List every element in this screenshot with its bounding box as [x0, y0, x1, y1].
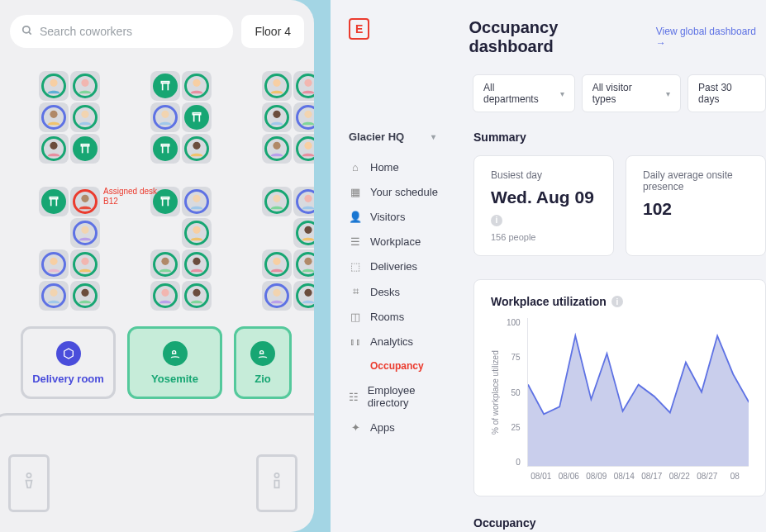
global-dashboard-link[interactable]: View global dashboard →: [656, 26, 766, 49]
svg-point-18: [81, 289, 88, 297]
desk[interactable]: [293, 71, 314, 101]
floorplan-panel: Search coworkers Floor 4: [0, 0, 314, 532]
desk[interactable]: [182, 187, 212, 216]
apps-icon: ✦: [349, 421, 362, 434]
nav-deliveries[interactable]: ⬚Deliveries: [349, 260, 440, 273]
select-label: Past 30 days: [698, 82, 755, 105]
visitor-icon: 👤: [349, 211, 362, 223]
open-desk-icon: [184, 105, 209, 130]
floor-label: Floor 4: [255, 25, 291, 38]
rooms-icon: ◫: [349, 311, 362, 323]
main-content: Summary Busiest day Wed. Aug 09 i 156 pe…: [473, 131, 766, 532]
desk[interactable]: [262, 71, 292, 101]
svg-point-0: [23, 26, 30, 32]
desk[interactable]: [182, 134, 212, 164]
nav-directory[interactable]: ☷Employee directory: [349, 384, 440, 409]
floor-selector[interactable]: Floor 4: [241, 15, 304, 48]
desk[interactable]: [70, 218, 100, 248]
directory-icon: ☷: [349, 391, 359, 403]
info-icon[interactable]: i: [611, 296, 623, 307]
desk[interactable]: [182, 249, 212, 279]
svg-point-34: [193, 195, 200, 202]
restroom-icon: [8, 454, 50, 512]
room-delivery[interactable]: Delivery room: [21, 326, 116, 399]
desk[interactable]: [262, 102, 292, 132]
svg-point-50: [304, 258, 312, 265]
location-label: Glacier HQ: [349, 131, 404, 143]
assigned-desk[interactable]: [70, 187, 100, 216]
desk[interactable]: [293, 281, 314, 311]
info-icon[interactable]: i: [491, 215, 502, 226]
desk[interactable]: [70, 249, 100, 279]
svg-point-52: [304, 289, 312, 297]
desk[interactable]: [262, 187, 292, 216]
desk[interactable]: [70, 71, 100, 101]
svg-point-36: [161, 258, 169, 265]
desk[interactable]: [150, 71, 180, 101]
desk[interactable]: [150, 102, 180, 132]
desk-area[interactable]: Assigned desk B12: [10, 71, 304, 352]
stat-label: Busiest day: [491, 169, 597, 181]
desk[interactable]: [39, 249, 69, 279]
location-select[interactable]: Glacier HQ ▾: [349, 131, 440, 143]
desk[interactable]: [293, 102, 314, 132]
room-label: Delivery room: [32, 373, 104, 385]
nav-analytics[interactable]: ⫾⫾Analytics: [349, 335, 440, 348]
dashboard-panel: E Occupancy dashboard View global dashbo…: [331, 0, 766, 532]
desk[interactable]: [39, 102, 69, 132]
select-label: All departments: [483, 82, 552, 105]
desk[interactable]: [70, 281, 100, 311]
room-zion[interactable]: Zio: [234, 326, 292, 399]
analytics-icon: ⫾⫾: [349, 335, 362, 348]
nav-schedule[interactable]: ▦Your schedule: [349, 186, 440, 198]
department-select[interactable]: All departments ▾: [473, 74, 575, 112]
desk[interactable]: [293, 187, 314, 216]
nav-visitors[interactable]: 👤Visitors: [349, 211, 440, 223]
svg-point-42: [273, 111, 280, 118]
nav-occupancy[interactable]: Occupancy: [349, 360, 440, 372]
desk[interactable]: [150, 249, 180, 279]
svg-point-38: [161, 289, 169, 297]
desk[interactable]: [182, 281, 212, 311]
nav-apps[interactable]: ✦Apps: [349, 421, 440, 434]
desk[interactable]: [262, 249, 292, 279]
desk[interactable]: [39, 134, 69, 164]
desk[interactable]: [262, 134, 292, 164]
stat-value: Wed. Aug 09 i: [491, 188, 597, 227]
desk[interactable]: [150, 281, 180, 311]
search-input[interactable]: Search coworkers: [10, 15, 233, 48]
open-desk-icon: [153, 136, 178, 161]
desk[interactable]: [70, 134, 100, 164]
period-select[interactable]: Past 30 days: [687, 74, 766, 112]
desk[interactable]: [39, 71, 69, 101]
desk[interactable]: [70, 102, 100, 132]
desk[interactable]: [182, 71, 212, 101]
chart-ylabel: % of workplace utilized: [491, 318, 500, 467]
chart-title: Workplace utilization: [491, 295, 607, 308]
svg-point-30: [193, 142, 200, 150]
desk[interactable]: [182, 102, 212, 132]
desk[interactable]: [150, 134, 180, 164]
desk[interactable]: [39, 281, 69, 311]
app-logo[interactable]: E: [349, 18, 369, 40]
svg-point-22: [193, 79, 200, 87]
desk[interactable]: [293, 249, 314, 279]
nav-rooms[interactable]: ◫Rooms: [349, 311, 440, 323]
desk[interactable]: [293, 134, 314, 164]
svg-point-46: [273, 195, 280, 202]
desk[interactable]: [39, 187, 69, 216]
workplace-icon: ☰: [349, 235, 362, 248]
nav-home[interactable]: ⌂Home: [349, 161, 440, 173]
visitor-type-select[interactable]: All visitor types ▾: [582, 74, 681, 112]
stat-value: 102: [643, 199, 749, 219]
summary-heading: Summary: [473, 131, 766, 144]
room-yosemite[interactable]: Yosemite: [127, 326, 222, 399]
nav-workplace[interactable]: ☰Workplace: [349, 235, 440, 248]
filter-row: All departments ▾ All visitor types ▾ Pa…: [473, 74, 766, 112]
chevron-down-icon: ▾: [666, 89, 670, 98]
desk[interactable]: [262, 281, 292, 311]
nav-desks[interactable]: ⌗Desks: [349, 285, 440, 298]
chart-plot[interactable]: [527, 318, 749, 467]
desk[interactable]: [293, 218, 314, 248]
desk[interactable]: [182, 218, 212, 248]
